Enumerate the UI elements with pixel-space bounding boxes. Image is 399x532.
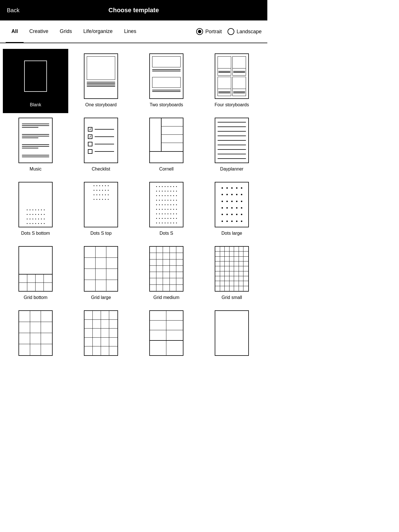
dots-s-bottom-label: Dots S bottom — [21, 231, 50, 236]
template-dots-s-bottom[interactable]: Dots S bottom — [3, 177, 68, 242]
tab-all[interactable]: All — [6, 21, 24, 43]
template-checklist[interactable]: ✓ ✓ Checklist — [68, 113, 134, 177]
portrait-radio[interactable] — [196, 28, 203, 35]
four-storyboards-label: Four storyboards — [215, 102, 249, 107]
grid-small-label: Grid small — [222, 295, 242, 300]
grid-large-preview — [84, 246, 118, 292]
tab-lines[interactable]: Lines — [118, 21, 142, 43]
grid-medium-label: Grid medium — [153, 295, 179, 300]
template-grid-bottom[interactable]: Grid bottom — [3, 242, 68, 306]
one-storyboard-label: One storyboard — [85, 102, 117, 107]
checklist-label: Checklist — [92, 167, 110, 172]
landscape-option[interactable]: Landscape — [228, 28, 262, 35]
portrait-label: Portrait — [205, 29, 222, 35]
template-two-storyboards[interactable]: Two storyboards — [134, 49, 199, 113]
checklist-preview: ✓ ✓ — [84, 118, 118, 163]
landscape-label: Landscape — [237, 29, 262, 35]
grid-bottom-label: Grid bottom — [24, 295, 47, 300]
dayplanner-label: Dayplanner — [220, 167, 243, 172]
four-storyboards-preview — [215, 53, 249, 99]
landscape-radio[interactable] — [228, 28, 234, 35]
dots-s-top-label: Dots S top — [90, 231, 112, 236]
tab-creative[interactable]: Creative — [24, 21, 54, 43]
template-grid-medium[interactable]: Grid medium — [134, 242, 199, 306]
page-title: Choose template — [108, 7, 159, 14]
dots-s-top-preview — [84, 182, 118, 227]
template-dayplanner[interactable]: Dayplanner — [199, 113, 264, 177]
header: Back Choose template — [0, 0, 267, 20]
template-grid: Blank One storyboard — [0, 43, 267, 371]
grid-large-label: Grid large — [91, 295, 111, 300]
template-cornell[interactable]: Cornell — [134, 113, 199, 177]
template-grid-large[interactable]: Grid large — [68, 242, 134, 306]
tab-life-organize[interactable]: Life/organize — [78, 21, 118, 43]
template-bottom-2[interactable] — [68, 306, 134, 365]
dots-s-preview — [149, 182, 183, 227]
portrait-option[interactable]: Portrait — [196, 28, 222, 35]
grid-small-preview — [215, 246, 249, 292]
template-bottom-1[interactable] — [3, 306, 68, 365]
orientation-group: Portrait Landscape — [196, 28, 262, 35]
two-storyboards-preview — [149, 53, 183, 99]
bottom-4-preview — [215, 310, 249, 356]
grid-medium-preview — [149, 246, 183, 292]
template-bottom-4[interactable] — [199, 306, 264, 365]
dots-large-preview — [215, 182, 249, 227]
one-storyboard-preview — [84, 53, 118, 99]
two-storyboards-label: Two storyboards — [150, 102, 183, 107]
back-button[interactable]: Back — [7, 7, 19, 14]
music-preview — [18, 118, 53, 163]
template-blank[interactable]: Blank — [3, 49, 68, 113]
blank-label: Blank — [30, 102, 41, 107]
template-bottom-3[interactable] — [134, 306, 199, 365]
dayplanner-preview — [215, 118, 249, 163]
bottom-2-preview — [84, 310, 118, 356]
bottom-1-preview — [18, 310, 53, 356]
template-one-storyboard[interactable]: One storyboard — [68, 49, 134, 113]
tab-grids[interactable]: Grids — [54, 21, 78, 43]
template-dots-s[interactable]: Dots S — [134, 177, 199, 242]
cornell-label: Cornell — [159, 167, 174, 172]
template-music[interactable]: Music — [3, 113, 68, 177]
grid-bottom-preview — [18, 246, 53, 292]
cornell-preview — [149, 118, 183, 163]
filter-bar: All Creative Grids Life/organize Lines P… — [0, 20, 267, 43]
blank-preview — [18, 53, 53, 99]
dots-s-label: Dots S — [160, 231, 173, 236]
dots-large-label: Dots large — [222, 231, 242, 236]
template-dots-large[interactable]: Dots large — [199, 177, 264, 242]
dots-s-bottom-preview — [18, 182, 53, 227]
template-dots-s-top[interactable]: Dots S top — [68, 177, 134, 242]
bottom-3-preview — [149, 310, 183, 356]
music-label: Music — [30, 167, 42, 172]
template-four-storyboards[interactable]: Four storyboards — [199, 49, 264, 113]
template-grid-small[interactable]: Grid small — [199, 242, 264, 306]
